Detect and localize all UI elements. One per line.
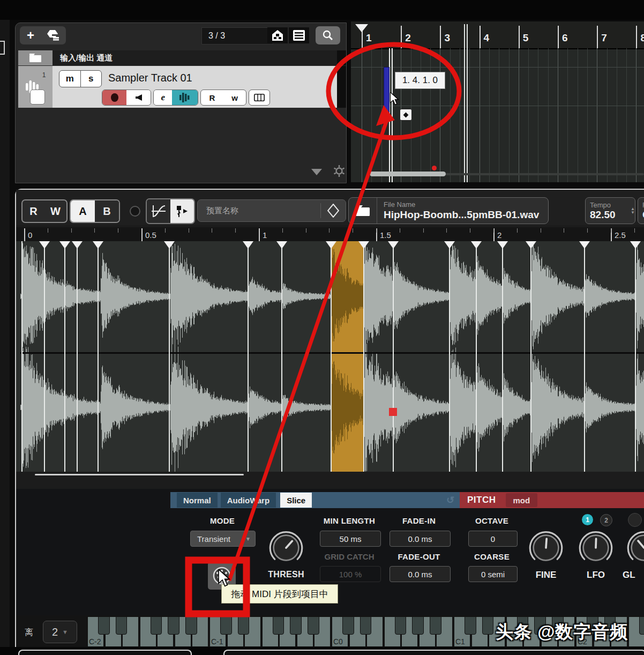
home-zone-button[interactable] bbox=[267, 27, 288, 43]
slice-marker-handle[interactable] bbox=[39, 241, 50, 249]
file-box[interactable]: File Name HipHop-Boomb...5pmBB-01.wav bbox=[348, 197, 549, 224]
lane-display-button[interactable] bbox=[249, 90, 270, 106]
waveform-display[interactable] bbox=[16, 241, 644, 472]
slice-marker-handle[interactable] bbox=[72, 241, 83, 249]
edit-channel-button[interactable]: e bbox=[154, 90, 172, 105]
search-button[interactable] bbox=[316, 26, 340, 44]
slice-marker-handle[interactable] bbox=[59, 241, 70, 249]
marker-mode-button[interactable] bbox=[170, 199, 194, 223]
track-write-button[interactable]: w bbox=[223, 90, 246, 105]
slice-marker-line[interactable] bbox=[393, 241, 394, 472]
black-key[interactable] bbox=[430, 616, 441, 635]
slice-marker-handle[interactable] bbox=[526, 241, 536, 249]
project-start-marker[interactable] bbox=[355, 24, 368, 32]
black-key[interactable] bbox=[465, 616, 476, 635]
slice-marker-handle[interactable] bbox=[630, 241, 641, 249]
black-key[interactable] bbox=[151, 616, 162, 635]
tab-audiowarp[interactable]: AudioWarp bbox=[221, 493, 276, 508]
black-key[interactable] bbox=[308, 616, 319, 635]
track-read-button[interactable]: R bbox=[201, 90, 223, 105]
slice-marker-handle[interactable] bbox=[579, 241, 590, 249]
slice-marker-handle[interactable] bbox=[497, 241, 508, 249]
tempo-stepper[interactable]: ▲▼ bbox=[631, 207, 635, 214]
sampler-b-button[interactable]: B bbox=[95, 200, 119, 222]
slice-marker-line[interactable] bbox=[44, 241, 45, 472]
track-insert-state-button[interactable] bbox=[172, 90, 198, 105]
waveform-scrollbar[interactable] bbox=[35, 474, 244, 475]
black-key[interactable] bbox=[639, 616, 644, 635]
black-key[interactable] bbox=[98, 616, 109, 635]
fade-out-value[interactable]: 0.0 ms bbox=[390, 566, 451, 582]
timeline-grid[interactable] bbox=[351, 48, 644, 182]
track-preset-icon[interactable] bbox=[41, 26, 64, 44]
slice-marker-handle[interactable] bbox=[444, 241, 455, 249]
slice-marker-line[interactable] bbox=[476, 241, 477, 472]
track-scroll-strip[interactable] bbox=[337, 66, 346, 108]
slice-marker-handle[interactable] bbox=[471, 241, 482, 249]
sampler-indicator-led[interactable] bbox=[130, 206, 140, 217]
slice-marker-line[interactable] bbox=[169, 241, 170, 472]
slice-marker-handle[interactable] bbox=[358, 241, 369, 249]
glide-badge[interactable] bbox=[628, 513, 642, 527]
slice-marker-line[interactable] bbox=[21, 241, 23, 472]
track-settings-gear-button[interactable] bbox=[332, 163, 347, 178]
slice-marker-line[interactable] bbox=[449, 241, 450, 472]
slice-marker-line[interactable] bbox=[64, 241, 65, 472]
curve-mode-button[interactable] bbox=[147, 199, 170, 223]
reset-icon[interactable]: ↺ bbox=[446, 494, 454, 506]
slice-marker-handle[interactable] bbox=[276, 241, 287, 249]
slice-marker-line[interactable] bbox=[584, 241, 585, 472]
thresh-knob[interactable] bbox=[268, 530, 304, 566]
lfo-badge-2[interactable]: 2 bbox=[600, 514, 612, 526]
slice-marker-line[interactable] bbox=[77, 241, 78, 472]
black-key[interactable] bbox=[116, 616, 127, 635]
sampler-a-button[interactable]: A bbox=[71, 200, 95, 222]
slice-marker-line[interactable] bbox=[635, 241, 636, 472]
min-length-value[interactable]: 50 ms bbox=[320, 531, 381, 547]
tempo-box[interactable]: Tempo 82.50 ▲▼ bbox=[585, 197, 635, 224]
io-header-row[interactable]: 输入/输出 通道 bbox=[18, 50, 340, 65]
coarse-value[interactable]: 0 semi bbox=[468, 566, 518, 582]
black-key[interactable] bbox=[482, 616, 493, 635]
sampler-write-button[interactable]: W bbox=[44, 200, 66, 222]
black-key[interactable] bbox=[360, 616, 371, 635]
mode-dropdown[interactable]: Transient ▼ bbox=[190, 531, 256, 547]
fade-in-value[interactable]: 0.0 ms bbox=[390, 531, 451, 547]
file-folder-cell[interactable] bbox=[349, 198, 377, 224]
waveform-ruler[interactable]: 00.511.522.5 bbox=[16, 227, 644, 242]
lfo-knob[interactable] bbox=[578, 530, 614, 566]
warp-red-square[interactable] bbox=[389, 408, 397, 416]
black-key[interactable] bbox=[395, 616, 406, 635]
add-track-button[interactable]: + bbox=[20, 26, 41, 44]
track-enable-checkbox[interactable] bbox=[30, 90, 45, 105]
slice-marker-handle[interactable] bbox=[243, 241, 253, 249]
black-key[interactable] bbox=[273, 616, 284, 635]
black-key[interactable] bbox=[185, 616, 197, 635]
black-key[interactable] bbox=[220, 616, 231, 635]
slice-marker-line[interactable] bbox=[98, 241, 99, 472]
root-key-box[interactable]: Root Key C 3 bbox=[638, 197, 644, 224]
slice-marker-line[interactable] bbox=[502, 241, 503, 472]
track-name[interactable]: Sampler Track 01 bbox=[108, 72, 192, 84]
black-key[interactable] bbox=[238, 616, 249, 635]
preset-field[interactable]: 预置名称 bbox=[197, 199, 346, 222]
part-end-line[interactable] bbox=[464, 24, 465, 182]
keyboard-octave-dropdown[interactable]: 2 ▼ bbox=[43, 621, 77, 643]
slice-marker-handle[interactable] bbox=[93, 241, 103, 249]
tab-slice[interactable]: Slice bbox=[280, 493, 312, 508]
lfo-badge-1[interactable]: 1 bbox=[582, 514, 593, 525]
preset-diamond-button[interactable] bbox=[321, 200, 346, 221]
solo-button[interactable]: s bbox=[81, 71, 102, 87]
timeline-ruler[interactable]: 12345678 bbox=[351, 21, 644, 49]
slice-marker-line[interactable] bbox=[248, 241, 249, 472]
slice-marker-line[interactable] bbox=[530, 241, 531, 472]
timeline-scrollbar-thumb[interactable] bbox=[370, 172, 446, 176]
black-key[interactable] bbox=[290, 616, 301, 635]
glide-knob[interactable] bbox=[626, 530, 644, 566]
monitor-button[interactable] bbox=[126, 90, 151, 105]
black-key[interactable] bbox=[168, 616, 179, 635]
pitch-mod-button[interactable]: mod bbox=[506, 493, 538, 507]
mute-button[interactable]: m bbox=[59, 71, 81, 87]
track-count-field[interactable]: 3 / 3 bbox=[201, 27, 273, 44]
slice-marker-line[interactable] bbox=[331, 241, 332, 472]
